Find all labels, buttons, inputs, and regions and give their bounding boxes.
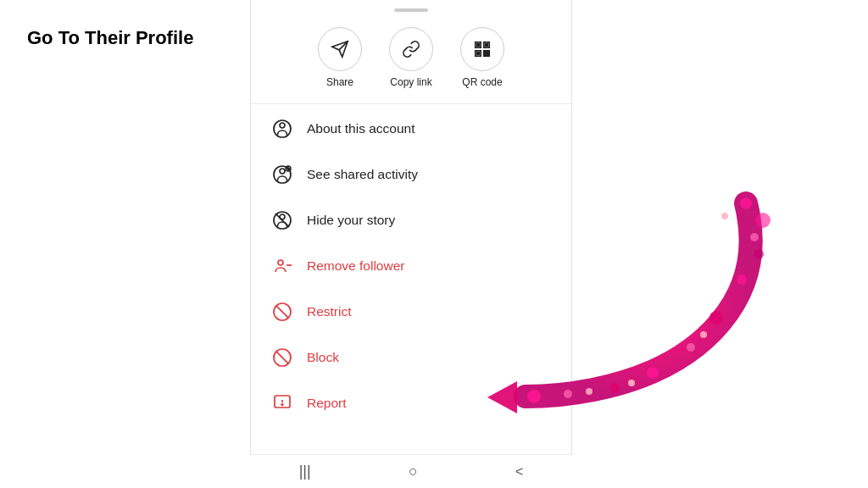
about-account-item[interactable]: About this account [251,106,571,152]
copy-link-label: Copy link [390,76,431,88]
remove-follower-item[interactable]: Remove follower [251,243,571,289]
block-item[interactable]: Block [251,335,571,380]
copy-link-button[interactable]: Copy link [389,27,433,88]
copy-link-icon-circle [389,27,433,71]
svg-rect-5 [477,44,480,47]
svg-rect-11 [487,51,490,53]
nav-home-icon[interactable]: ○ [409,463,418,480]
page-title: Go To Their Profile [27,27,193,49]
svg-point-34 [709,311,723,324]
report-label: Report [307,396,347,411]
restrict-label: Restrict [307,304,352,319]
block-icon [271,347,293,369]
svg-rect-12 [484,54,487,57]
divider-top [251,103,571,104]
block-label: Block [307,350,339,365]
shared-activity-label: See shared activity [307,167,418,182]
svg-point-29 [281,404,283,406]
qr-code-icon-circle [460,27,504,71]
svg-point-35 [687,343,695,352]
remove-follower-icon [271,255,293,277]
about-account-icon [271,118,293,140]
qr-code-label: QR code [462,76,502,88]
hide-story-icon [271,209,293,231]
hide-story-item[interactable]: Hide your story [251,197,571,243]
hide-story-label: Hide your story [307,213,395,228]
qr-code-button[interactable]: QR code [460,27,504,88]
report-item[interactable]: Report [251,380,571,426]
remove-follower-label: Remove follower [307,258,404,274]
svg-line-24 [276,306,288,318]
svg-line-26 [276,352,288,363]
svg-point-44 [755,213,771,228]
restrict-icon [271,301,293,323]
report-icon [271,392,293,414]
share-label: Share [326,76,353,88]
action-buttons-row: Share Copy link [251,27,571,88]
svg-rect-7 [477,53,480,55]
svg-point-41 [700,331,707,338]
svg-point-37 [609,383,620,393]
svg-point-33 [737,274,747,285]
svg-point-40 [721,213,728,219]
svg-point-43 [586,388,593,395]
share-icon-circle [318,27,362,71]
shared-activity-item[interactable]: See shared activity [251,152,571,197]
svg-point-16 [280,169,285,174]
bottom-sheet: Share Copy link [250,0,572,488]
svg-point-42 [628,380,635,386]
nav-back-icon[interactable]: < [515,464,523,480]
nav-menu-icon[interactable]: ||| [299,463,311,480]
svg-point-31 [740,197,752,209]
svg-rect-9 [484,51,487,53]
svg-point-21 [278,260,283,265]
svg-point-32 [750,233,759,241]
svg-point-45 [754,249,764,259]
restrict-item[interactable]: Restrict [251,289,571,335]
svg-point-14 [280,123,285,128]
share-button[interactable]: Share [318,27,362,88]
svg-point-36 [647,367,659,379]
svg-rect-6 [486,44,488,47]
bottom-nav: ||| ○ < [250,454,572,488]
drag-handle[interactable] [394,8,428,12]
about-account-label: About this account [307,121,415,136]
shared-activity-icon [271,164,293,186]
svg-rect-10 [487,54,490,57]
